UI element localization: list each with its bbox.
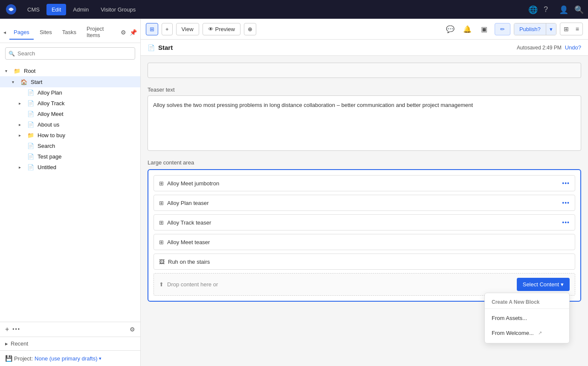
tree-item-alloy-track[interactable]: ▸ 📄 Alloy Track (0, 98, 140, 109)
settings-icon[interactable]: ⚙ (121, 29, 126, 36)
tree-label-how-to-buy: How to buy (38, 132, 137, 138)
tab-pages[interactable]: Pages (9, 26, 34, 40)
plus-icon: + (165, 26, 169, 32)
from-assets-option[interactable]: From Assets... (485, 311, 569, 326)
sidebar-tab-actions: ⚙ 📌 (121, 29, 137, 36)
drop-content-area: ⬆ Drop content here or Select Content ▾ … (154, 273, 575, 296)
comment-icon[interactable]: 💬 (443, 22, 457, 36)
user-icon[interactable]: 👤 (559, 5, 568, 14)
nav-cms[interactable]: CMS (22, 4, 45, 15)
preview-button[interactable]: 👁 Preview (203, 23, 240, 35)
select-content-wrapper: Select Content ▾ Create A New Block From… (517, 278, 570, 291)
tree-label-untitled: Untitled (38, 164, 129, 170)
large-content-dropzone: ⊞ Alloy Meet jumbotron ••• ⊞ Alloy Plan … (148, 169, 581, 302)
search-icon[interactable]: 🔍 (574, 5, 583, 14)
tree-item-root[interactable]: ▾ 📁 Root (0, 66, 140, 76)
tree-item-alloy-meet[interactable]: ▸ 📄 Alloy Meet (0, 109, 140, 119)
project-value-link[interactable]: None (use primary drafts) (35, 355, 97, 362)
chevron-right-icon[interactable]: ▸ (19, 165, 26, 170)
toolbar-right: 💬 🔔 ▣ ✏ Publish? ▾ ⊞ ≡ (443, 22, 583, 36)
select-content-dropdown: Create A New Block From Assets... From W… (484, 293, 570, 343)
folder-icon: 📁 (14, 68, 20, 74)
app-logo[interactable] (5, 3, 17, 15)
block-options-button[interactable]: ••• (562, 199, 570, 206)
inline-icon: ⊕ (248, 26, 252, 32)
publish-main-button[interactable]: Publish? (514, 23, 546, 35)
add-content-button[interactable]: + (162, 23, 173, 35)
block-ruh-on-stairs: 🖼 Ruh on the stairs ••• (154, 254, 575, 270)
page-icon: 📄 (27, 153, 34, 160)
block-label[interactable]: Alloy Meet jumbotron (167, 180, 559, 187)
search-wrap: 🔍 (5, 47, 135, 60)
block-label[interactable]: Alloy Plan teaser (167, 200, 559, 206)
tree-item-start[interactable]: ▾ 🏠 Start ••• (0, 76, 140, 87)
from-welcome-option[interactable]: From Welcome... ↗ (485, 326, 569, 340)
view-button[interactable]: View (176, 23, 199, 35)
inline-edit-button[interactable]: ⊕ (244, 23, 256, 35)
panel-icon[interactable]: ▣ (478, 22, 491, 36)
tree-label-alloy-meet: Alloy Meet (38, 111, 137, 117)
project-dropdown-icon[interactable]: ▾ (99, 356, 101, 361)
nav-edit[interactable]: Edit (46, 4, 66, 15)
content-editor: Teaser text Alloy solves the two most pr… (141, 56, 588, 366)
nav-admin[interactable]: Admin (68, 4, 94, 15)
notification-bell-icon[interactable]: 🔔 (461, 22, 474, 36)
tree-item-search[interactable]: ▸ 📄 Search (0, 141, 140, 151)
pin-icon[interactable]: 📌 (130, 29, 137, 36)
publish-dropdown-button[interactable]: ▾ (546, 23, 556, 35)
from-assets-label: From Assets... (492, 315, 527, 321)
sidebar-collapse-btn[interactable]: ◂ (3, 29, 6, 35)
more-options-button[interactable]: ••• (12, 326, 20, 332)
external-link-icon: ↗ (538, 330, 542, 336)
teaser-field-section: Teaser text Alloy solves the two most pr… (148, 86, 581, 151)
tab-tasks[interactable]: Tasks (58, 26, 81, 40)
tree-label-root: Root (24, 68, 137, 74)
search-input-icon: 🔍 (9, 51, 15, 57)
chevron-right-icon[interactable]: ▸ (19, 101, 26, 106)
nav-visitor-groups[interactable]: Visitor Groups (96, 4, 141, 15)
add-page-button[interactable]: + (5, 326, 9, 333)
page-icon: 📄 (27, 100, 34, 107)
chevron-down-icon[interactable]: ▾ (12, 80, 19, 84)
tree-label-test-page: Test page (38, 153, 137, 160)
tree-item-alloy-plan[interactable]: ▸ 📄 Alloy Plan (0, 87, 140, 98)
chevron-right-icon: ▸ (5, 340, 8, 347)
main-content: ⊞ + View 👁 Preview ⊕ 💬 🔔 ▣ ✏ (141, 19, 588, 366)
field-stub-top (148, 63, 581, 78)
drop-hint-text: ⬆ Drop content here or (159, 281, 218, 288)
dropdown-header: Create A New Block (485, 296, 569, 309)
project-label: Project: (14, 355, 33, 362)
help-icon[interactable]: ? (544, 5, 552, 14)
search-input[interactable] (5, 47, 135, 60)
tree-item-about-us[interactable]: ▸ 📄 About us (0, 119, 140, 130)
project-bar: 💾 Project: None (use primary drafts) ▾ (0, 350, 140, 366)
block-label[interactable]: Alloy Meet teaser (167, 239, 559, 245)
undo-button[interactable]: Undo? (565, 44, 581, 51)
tree-item-untitled[interactable]: ▸ 📄 Untitled ✏ (0, 162, 140, 173)
chevron-right-icon[interactable]: ▸ (19, 133, 26, 138)
tree-item-test-page[interactable]: ▸ 📄 Test page (0, 151, 140, 162)
chevron-down-icon[interactable]: ▾ (5, 69, 12, 73)
teaser-textarea[interactable]: Alloy solves the two most pressing probl… (148, 95, 581, 151)
list-view-button[interactable]: ≡ (572, 23, 582, 35)
chevron-right-icon[interactable]: ▸ (19, 122, 26, 127)
select-content-button[interactable]: Select Content ▾ (517, 278, 570, 291)
globe-icon[interactable]: 🌐 (528, 5, 537, 14)
sidebar-tree: ▾ 📁 Root ▾ 🏠 Start ••• ▸ 📄 Alloy Plan ▸ … (0, 64, 140, 322)
sidebar-settings-icon[interactable]: ⚙ (130, 326, 135, 333)
tab-project-items[interactable]: Project Items (82, 22, 119, 43)
tree-item-how-to-buy[interactable]: ▸ 📁 How to buy (0, 130, 140, 141)
tab-sites[interactable]: Sites (35, 26, 56, 40)
grid-view-button[interactable]: ⊞ (560, 23, 572, 35)
sidebar-recent-section[interactable]: ▸ Recent (0, 337, 140, 350)
field-input-stub-top[interactable] (148, 63, 581, 78)
block-options-button[interactable]: ••• (562, 219, 570, 226)
structure-button[interactable]: ⊞ (146, 23, 158, 35)
edit-pencil-button[interactable]: ✏ (495, 23, 510, 35)
block-options-button[interactable]: ••• (562, 180, 570, 187)
view-label: View (182, 26, 194, 32)
block-alloy-plan-teaser: ⊞ Alloy Plan teaser ••• (154, 195, 575, 211)
block-label[interactable]: Ruh on the stairs (168, 259, 559, 265)
block-label[interactable]: Alloy Track teaser (167, 219, 559, 226)
block-alloy-track-teaser: ⊞ Alloy Track teaser ••• (154, 214, 575, 231)
